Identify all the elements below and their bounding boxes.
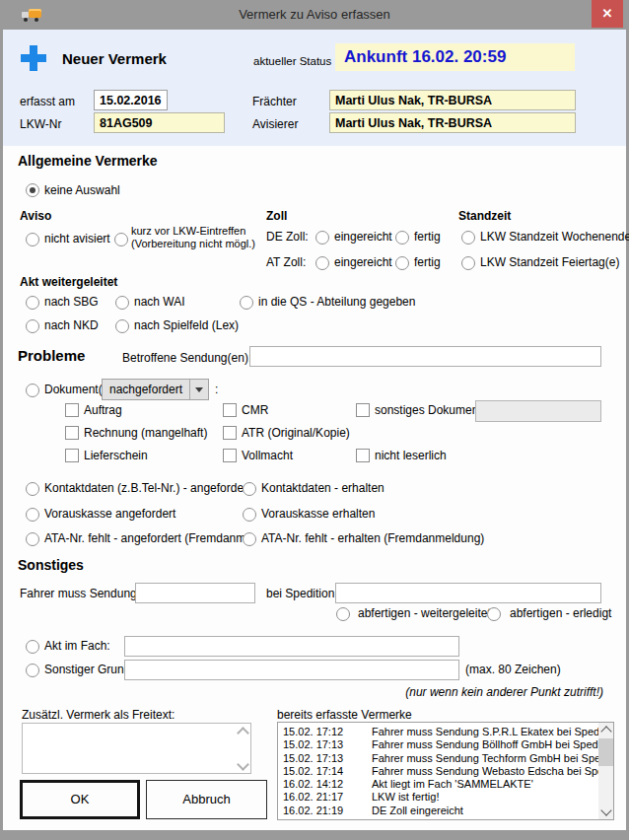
radio-kurz-vor-eintreffen-label2[interactable]: (Vorbereitung nicht mögl.) [131, 238, 255, 250]
sonstiges-dokument-input[interactable] [475, 400, 601, 422]
ok-button[interactable]: OK [20, 780, 140, 819]
betroffene-sendung-input[interactable] [249, 346, 601, 367]
plus-icon [20, 44, 47, 72]
subheading-zoll: Zoll [266, 209, 287, 223]
checkbox-lieferschein-label[interactable]: Lieferschein [84, 449, 148, 462]
radio-nach-spielfeld[interactable] [115, 319, 129, 333]
titlebar[interactable]: Vermerk zu Aviso erfassen ✕ [0, 0, 629, 30]
list-item[interactable]: 16.02. 21:17LKW ist fertig! [278, 791, 613, 804]
list-item[interactable]: 16.02. 21:19DE Zoll eingereicht [278, 805, 613, 817]
radio-qs-abteilung[interactable] [240, 296, 253, 310]
radio-abfertigen-erledigt-label[interactable]: abfertigen - erledigt [510, 606, 611, 620]
list-scrollbar[interactable] [598, 723, 613, 819]
scroll-up-icon[interactable] [600, 726, 611, 736]
radio-keine-auswahl[interactable] [26, 183, 39, 197]
radio-nach-nkd-label[interactable]: nach NKD [44, 318, 99, 332]
radio-ata-angefordert[interactable] [26, 532, 39, 546]
list-item[interactable]: 15.02. 17:14Fahrer muss Sendung Webasto … [278, 765, 613, 778]
radio-at-zoll-fertig-label[interactable]: fertig [414, 255, 441, 269]
close-button[interactable]: ✕ [592, 0, 623, 28]
radio-nach-sbg-label[interactable]: nach SBG [44, 295, 99, 309]
checkbox-lieferschein[interactable] [65, 449, 79, 462]
checkbox-auftrag[interactable] [65, 403, 79, 417]
checkbox-rechnung-label[interactable]: Rechnung (mangelhaft) [84, 426, 207, 440]
close-icon: ✕ [602, 6, 613, 21]
radio-akt-im-fach-label[interactable]: Akt im Fach: [44, 639, 110, 653]
radio-abfertigen-erledigt[interactable] [487, 607, 501, 621]
dokument-dropdown[interactable]: nachgefordert [102, 379, 209, 400]
checkbox-vollmacht-label[interactable]: Vollmacht [242, 449, 293, 462]
radio-abfertigen-weitergeleitet[interactable] [336, 607, 350, 621]
radio-nach-wai-label[interactable]: nach WAI [134, 295, 185, 309]
radio-de-zoll-fertig-label[interactable]: fertig [414, 230, 441, 244]
akt-im-fach-input[interactable] [124, 636, 459, 657]
section-probleme: Probleme [18, 347, 85, 364]
fahrer-sendung-input[interactable] [135, 583, 255, 603]
checkbox-atr-label[interactable]: ATR (Original/Kopie) [242, 426, 350, 440]
checkbox-atr[interactable] [223, 426, 237, 440]
list-item[interactable]: 15.02. 17:13Fahrer muss Sendung Techform… [278, 752, 613, 765]
radio-kontaktdaten-angefordert[interactable] [26, 482, 39, 496]
radio-standzeit-feiertag[interactable] [461, 256, 475, 270]
radio-vorauskasse-erhalten-label[interactable]: Vorauskasse erhalten [261, 507, 375, 521]
radio-vorauskasse-angefordert[interactable] [26, 508, 39, 522]
radio-nach-spielfeld-label[interactable]: nach Spielfeld (Lex) [134, 318, 239, 332]
radio-standzeit-wochenende[interactable] [461, 231, 475, 245]
checkbox-vollmacht[interactable] [223, 449, 237, 462]
radio-nicht-avisiert[interactable] [26, 233, 39, 246]
cancel-button[interactable]: Abbruch [146, 780, 267, 819]
radio-standzeit-wochenende-label[interactable]: LKW Standzeit Wochenende [480, 230, 629, 244]
radio-at-zoll-fertig[interactable] [395, 256, 409, 270]
radio-dokumente[interactable] [26, 384, 39, 397]
list-item[interactable]: 16.02. 14:12Akt liegt im Fach 'SAMMELAKT… [278, 778, 613, 791]
radio-sonstiger-grund[interactable] [26, 664, 39, 677]
checkbox-sonstiges-dokument[interactable] [356, 403, 370, 417]
radio-at-zoll-eingereicht-label[interactable]: eingereicht [334, 255, 392, 269]
radio-akt-im-fach[interactable] [26, 640, 39, 654]
radio-nach-sbg[interactable] [26, 296, 39, 310]
radio-kontaktdaten-erhalten[interactable] [243, 482, 256, 496]
radio-ata-erhalten[interactable] [243, 532, 256, 546]
sonstiger-grund-input[interactable] [124, 660, 459, 680]
radio-abfertigen-weitergeleitet-label[interactable]: abfertigen - weitergeleitet [358, 606, 491, 620]
radio-qs-abteilung-label[interactable]: in die QS - Abteilung gegeben [258, 295, 415, 309]
radio-de-zoll-fertig[interactable] [395, 231, 409, 245]
checkbox-auftrag-label[interactable]: Auftrag [84, 403, 122, 417]
checkbox-cmr-label[interactable]: CMR [242, 403, 268, 417]
list-item[interactable]: 15.02. 17:12Fahrer muss Sendung S.P.R.L … [278, 726, 613, 738]
radio-keine-auswahl-label[interactable]: keine Auswahl [44, 183, 120, 197]
erfasst-am-field[interactable]: 15.02.2016 [94, 90, 168, 110]
radio-kontaktdaten-erhalten-label[interactable]: Kontaktdaten - erhalten [261, 481, 384, 495]
radio-nach-nkd[interactable] [26, 319, 39, 333]
radio-ata-erhalten-label[interactable]: ATA-Nr. fehlt - erhalten (Fremdanmeldung… [261, 531, 484, 545]
scrollbar-thumb[interactable] [598, 738, 613, 766]
fraechter-field[interactable]: Marti Ulus Nak, TR-BURSA [329, 90, 576, 110]
radio-kurz-vor-eintreffen-label1[interactable]: kurz vor LKW-Eintreffen [131, 225, 245, 238]
radio-kontaktdaten-angefordert-label[interactable]: Kontaktdaten (z.B.Tel-Nr.) - angefordert [44, 481, 250, 495]
checkbox-cmr[interactable] [223, 403, 237, 417]
list-item[interactable]: 15.02. 17:13Fahrer muss Sendung Böllhoff… [278, 738, 613, 751]
radio-kurz-vor-eintreffen[interactable] [114, 233, 128, 246]
radio-nach-wai[interactable] [115, 296, 129, 310]
checkbox-nicht-leserlich[interactable] [356, 449, 370, 462]
avisierer-field[interactable]: Marti Ulus Nak, TR-BURSA [329, 112, 576, 133]
max-zeichen-label: (max. 80 Zeichen) [465, 663, 561, 676]
radio-vorauskasse-angefordert-label[interactable]: Vorauskasse angefordert [44, 507, 175, 521]
radio-de-zoll-eingereicht[interactable] [315, 231, 329, 245]
freitext-textarea[interactable] [22, 723, 251, 774]
checkbox-rechnung[interactable] [65, 426, 79, 440]
lkw-nr-field[interactable]: 81AG509 [94, 112, 225, 133]
checkbox-sonstiges-dokument-label[interactable]: sonstiges Dokument: [375, 403, 485, 417]
radio-at-zoll-eingereicht[interactable] [315, 256, 329, 270]
scroll-down-icon[interactable] [600, 805, 611, 815]
radio-de-zoll-eingereicht-label[interactable]: eingereicht [334, 230, 392, 244]
radio-sonstiger-grund-label[interactable]: Sonstiger Grund: [44, 663, 134, 676]
vermerke-list[interactable]: 15.02. 17:12Fahrer muss Sendung S.P.R.L … [277, 722, 614, 820]
radio-standzeit-feiertag-label[interactable]: LKW Standzeit Feiertag(e) [480, 255, 619, 269]
radio-nicht-avisiert-label[interactable]: nicht avisiert [44, 232, 110, 245]
radio-ata-angefordert-label[interactable]: ATA-Nr. fehlt - angefordert (Fremdanm.) [44, 531, 253, 545]
radio-vorauskasse-erhalten[interactable] [243, 508, 256, 522]
betroffene-sendung-label: Betroffene Sendung(en): [122, 351, 251, 365]
checkbox-nicht-leserlich-label[interactable]: nicht leserlich [375, 449, 447, 462]
spedition-input[interactable] [335, 583, 601, 603]
